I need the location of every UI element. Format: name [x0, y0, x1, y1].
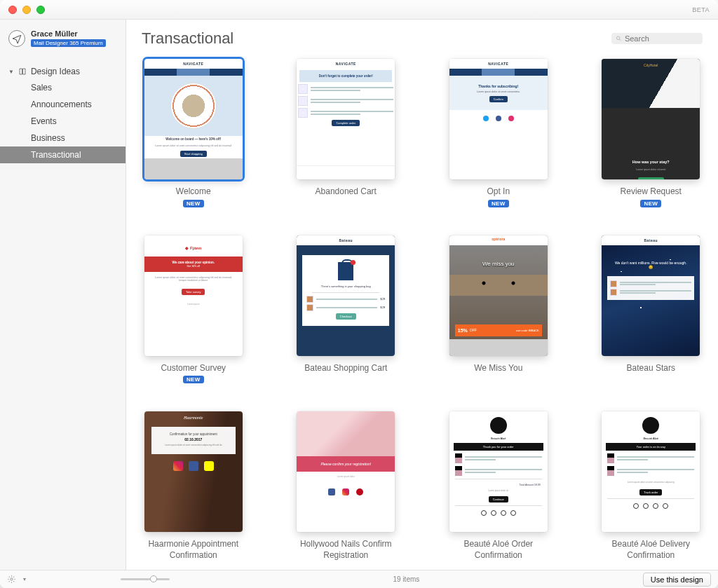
slider-knob[interactable] — [150, 575, 157, 582]
sidebar-item-announcements[interactable]: Announcements — [0, 96, 126, 113]
zoom-slider[interactable] — [121, 578, 170, 580]
template-card[interactable]: NAVIGATEThanks for subscribing!Lorem ips… — [447, 59, 550, 207]
item-count: 19 items — [393, 575, 419, 583]
template-thumbnail[interactable]: NAVIGATEDon't forget to complete your or… — [297, 59, 395, 179]
gear-icon[interactable] — [7, 575, 16, 584]
new-badge: NEW — [640, 200, 661, 207]
template-label: Beauté Aloé Order Confirmation — [447, 539, 550, 561]
new-badge: NEW — [488, 200, 509, 207]
chevron-down-icon[interactable]: ▾ — [23, 576, 26, 582]
sidebar-heading-label: Design Ideas — [31, 67, 80, 76]
minimize-icon[interactable] — [22, 6, 31, 14]
template-thumbnail[interactable]: optrioraWe miss you15% OFF use code IMBA… — [449, 235, 548, 356]
template-label: Bateau Stars — [627, 363, 675, 374]
caret-down-icon: ▼ — [8, 69, 14, 75]
template-thumbnail[interactable]: ◆ FjännWe care about your opinion.Get 10… — [144, 235, 243, 356]
template-card[interactable]: Beauté AloéYour order is on its wayLorem… — [600, 411, 703, 561]
plane-icon — [12, 34, 22, 43]
search-box[interactable] — [611, 33, 703, 44]
sidebar-user[interactable]: Grace Müller Mail Designer 365 Premium — [0, 27, 126, 51]
use-design-button[interactable]: Use this design — [643, 573, 711, 587]
template-label: Hollywood Nails Confirm Registration — [294, 539, 398, 561]
new-badge: NEW — [183, 200, 204, 207]
sidebar-item-sales[interactable]: Sales — [0, 79, 126, 96]
template-card[interactable]: ◆ FjännWe care about your opinion.Get 10… — [142, 235, 245, 384]
search-icon — [616, 35, 622, 42]
search-input[interactable] — [625, 34, 698, 43]
template-thumbnail[interactable]: NAVIGATEThanks for subscribing!Lorem ips… — [449, 59, 548, 179]
template-thumbnail[interactable]: Please confirm your registration!Lorem i… — [297, 411, 395, 532]
maximize-icon[interactable] — [36, 6, 45, 14]
sidebar-item-events[interactable]: Events — [0, 113, 126, 130]
sidebar-heading[interactable]: ▼ Design Ideas — [0, 64, 126, 79]
template-thumbnail[interactable]: NAVIGATEWelcome on board — here's 10% of… — [144, 59, 243, 179]
template-thumbnail[interactable]: BateauWe don't want millions. Five would… — [602, 235, 700, 356]
template-thumbnail[interactable]: Beauté AloéYour order is on its wayLorem… — [602, 411, 700, 532]
template-card[interactable]: Beauté AloéThank you for your orderTotal… — [447, 411, 550, 561]
template-thumbnail[interactable]: BateauThere's something in your shopping… — [297, 235, 395, 356]
template-card[interactable]: NAVIGATEWelcome on board — here's 10% of… — [142, 59, 245, 207]
template-label: Welcome — [176, 186, 211, 198]
titlebar: BETA — [0, 0, 718, 20]
template-label: Beauté Aloé Delivery Confirmation — [600, 539, 703, 561]
sidebar-item-business[interactable]: Business — [0, 130, 126, 146]
template-card[interactable]: HaarmonieConfirmation for your appointme… — [142, 411, 245, 561]
template-grid: NAVIGATEWelcome on board — here's 10% of… — [142, 59, 703, 561]
template-card[interactable]: NAVIGATEDon't forget to complete your or… — [294, 59, 398, 207]
main-header: Transactional — [126, 20, 718, 53]
new-badge: NEW — [183, 376, 204, 383]
template-label: Review Request — [621, 186, 682, 198]
svg-line-1 — [620, 39, 621, 41]
sidebar: Grace Müller Mail Designer 365 Premium ▼… — [0, 20, 126, 570]
template-label: Opt In — [487, 186, 510, 198]
username: Grace Müller — [31, 29, 106, 38]
template-card[interactable]: CityHotelHow was your stay?Lorem ipsum d… — [600, 59, 703, 207]
template-thumbnail[interactable]: CityHotelHow was your stay?Lorem ipsum d… — [602, 59, 700, 179]
template-card[interactable]: BateauWe don't want millions. Five would… — [600, 235, 703, 384]
book-icon — [18, 67, 27, 76]
template-label: We Miss You — [474, 363, 522, 374]
template-grid-container[interactable]: NAVIGATEWelcome on board — here's 10% of… — [126, 53, 718, 570]
sidebar-item-transactional[interactable]: Transactional — [0, 146, 126, 163]
beta-label: BETA — [692, 6, 710, 13]
user-info: Grace Müller Mail Designer 365 Premium — [31, 29, 106, 47]
template-thumbnail[interactable]: HaarmonieConfirmation for your appointme… — [144, 411, 243, 532]
template-label: Haarmonie Appointment Confirmation — [142, 539, 245, 561]
plan-badge: Mail Designer 365 Premium — [31, 39, 106, 47]
svg-point-2 — [11, 578, 13, 580]
avatar — [8, 30, 25, 47]
close-icon[interactable] — [8, 6, 17, 14]
template-label: Customer Survey — [161, 363, 226, 374]
main: Transactional NAVIGATEWelcome on board —… — [126, 20, 718, 570]
template-card[interactable]: BateauThere's something in your shopping… — [294, 235, 398, 384]
template-label: Bateau Shopping Cart — [304, 363, 387, 374]
footer: ▾ 19 items Use this design — [0, 570, 718, 588]
window-controls — [8, 6, 45, 14]
svg-point-0 — [616, 36, 619, 39]
template-card[interactable]: Please confirm your registration!Lorem i… — [294, 411, 398, 561]
sidebar-nav: ▼ Design Ideas SalesAnnouncementsEventsB… — [0, 64, 126, 163]
page-title: Transactional — [142, 29, 611, 48]
template-card[interactable]: optrioraWe miss you15% OFF use code IMBA… — [447, 235, 550, 384]
app-window: BETA Grace Müller Mail Designer 365 Prem… — [0, 0, 718, 588]
body: Grace Müller Mail Designer 365 Premium ▼… — [0, 20, 718, 570]
template-label: Abandoned Cart — [316, 186, 377, 198]
template-thumbnail[interactable]: Beauté AloéThank you for your orderTotal… — [449, 411, 548, 532]
